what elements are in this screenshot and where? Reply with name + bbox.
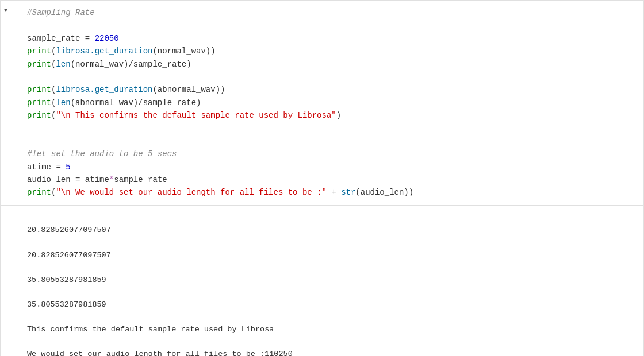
code-string-would-set: "\n We would set our audio length for al… xyxy=(56,188,326,197)
code-number-5: 5 xyxy=(66,162,70,172)
output-line-3: 35.80553287981859 xyxy=(27,276,106,284)
code-content[interactable]: #Sampling Rate sample_rate = 22050 print… xyxy=(18,1,643,205)
output-line-1: 20.828526077097507 xyxy=(27,226,111,234)
output-line-2: 20.828526077097507 xyxy=(27,251,111,260)
cell-output: 20.828526077097507 20.828526077097507 35… xyxy=(1,206,643,356)
code-print-6: print xyxy=(27,188,51,197)
code-string-confirms: "\n This confirms the default sample rat… xyxy=(56,111,336,120)
code-comment-sampling: #Sampling Rate xyxy=(27,8,95,17)
code-print-1: print xyxy=(27,47,51,56)
code-var-audiolen: audio_len xyxy=(27,175,71,184)
code-comment-audio: #let set the audio to be 5 secs xyxy=(27,149,177,158)
code-number-22050: 22050 xyxy=(95,34,119,43)
output-line-4: 35.80553287981859 xyxy=(27,300,106,309)
code-print-2: print xyxy=(27,60,51,69)
collapse-arrow[interactable]: ▼ xyxy=(4,7,7,14)
code-var-atime: atime xyxy=(27,162,51,172)
notebook-cell: ▼ #Sampling Rate sample_rate = 22050 pri… xyxy=(0,0,644,356)
code-var-samplerate: sample_rate xyxy=(27,34,80,43)
output-line-6: We would set our audio length for all fi… xyxy=(27,350,293,356)
code-print-3: print xyxy=(27,85,51,94)
cell-input: ▼ #Sampling Rate sample_rate = 22050 pri… xyxy=(1,1,643,206)
cell-gutter: ▼ xyxy=(1,1,18,18)
code-print-4: print xyxy=(27,98,51,107)
code-print-5: print xyxy=(27,111,51,120)
output-line-5: This confirms the default sample rate us… xyxy=(27,325,274,334)
